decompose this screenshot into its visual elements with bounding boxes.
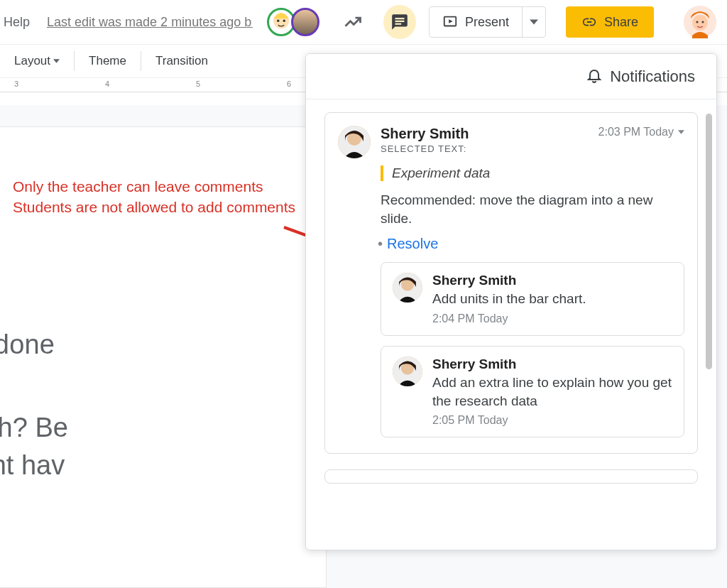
- present-button[interactable]: Present: [429, 6, 546, 38]
- resolve-button[interactable]: •Resolve: [378, 236, 684, 252]
- link-icon: [581, 14, 597, 30]
- svg-rect-3: [395, 18, 405, 19]
- header-bar: Help Last edit was made 2 minutes ago b……: [0, 0, 727, 44]
- reply-author: Sherry Smith: [432, 356, 672, 372]
- chevron-down-icon: [678, 130, 684, 134]
- present-dropdown[interactable]: [522, 7, 545, 37]
- transition-button[interactable]: Transition: [141, 54, 222, 68]
- comments-panel: Notifications Sherry Smith SELECTED TEXT…: [305, 53, 717, 550]
- account-avatar[interactable]: [684, 6, 716, 38]
- avatar: [338, 126, 371, 158]
- selected-text-quote: Experiment data: [381, 165, 684, 181]
- help-menu[interactable]: Help: [4, 15, 30, 30]
- avatar: [393, 273, 422, 303]
- svg-rect-5: [395, 23, 402, 25]
- share-button[interactable]: Share: [566, 6, 654, 38]
- svg-point-1: [277, 20, 279, 22]
- activity-icon[interactable]: [341, 9, 365, 35]
- svg-point-8: [692, 15, 708, 31]
- last-edit-link[interactable]: Last edit was made 2 minutes ago b…: [47, 15, 253, 30]
- svg-point-10: [701, 21, 704, 23]
- avatar[interactable]: [291, 8, 319, 36]
- slide-text[interactable]: anyone who might hav: [0, 450, 65, 481]
- svg-point-2: [283, 20, 285, 22]
- scrollbar[interactable]: [706, 114, 712, 369]
- avatar: [393, 356, 422, 386]
- reply-body: Add an extra line to explain how you get…: [432, 374, 672, 410]
- svg-point-9: [696, 21, 698, 23]
- comment-reply[interactable]: Sherry Smith Add units in the bar chart.…: [381, 262, 684, 336]
- comment-thread[interactable]: Sherry Smith SELECTED TEXT: 2:03 PM Toda…: [324, 112, 698, 454]
- comment-timestamp-menu[interactable]: 2:03 PM Today: [598, 126, 684, 138]
- share-label: Share: [604, 15, 638, 30]
- comment-author: Sherry Smith: [381, 126, 589, 142]
- reply-author: Sherry Smith: [432, 273, 586, 288]
- chevron-down-icon: [53, 59, 60, 63]
- bell-icon: [586, 67, 603, 87]
- open-comments-button[interactable]: [383, 5, 416, 39]
- collaborator-avatars[interactable]: [267, 8, 319, 36]
- layout-menu[interactable]: Layout: [0, 54, 74, 68]
- chevron-down-icon: [530, 18, 538, 26]
- comment-reply[interactable]: Sherry Smith Add an extra line to explai…: [381, 346, 684, 437]
- reply-timestamp: 2:04 PM Today: [432, 312, 586, 325]
- annotation-text: Only the teacher can leave comments Stud…: [13, 176, 295, 218]
- present-icon: [442, 14, 458, 30]
- theme-button[interactable]: Theme: [75, 54, 141, 68]
- comment-body: Recommended: move the diagram into a new…: [381, 191, 684, 227]
- slide-text[interactable]: research you've done: [0, 330, 55, 360]
- reply-body: Add units in the bar chart.: [432, 290, 586, 308]
- reply-timestamp: 2:05 PM Today: [432, 414, 672, 427]
- present-label: Present: [465, 15, 509, 30]
- comments-panel-header: Notifications: [306, 54, 716, 99]
- comment-thread[interactable]: [324, 469, 698, 484]
- svg-rect-4: [395, 21, 405, 22]
- slide-text[interactable]: al of your research? Be: [0, 413, 68, 443]
- notifications-link[interactable]: Notifications: [610, 67, 695, 86]
- selected-text-label: SELECTED TEXT:: [381, 143, 589, 154]
